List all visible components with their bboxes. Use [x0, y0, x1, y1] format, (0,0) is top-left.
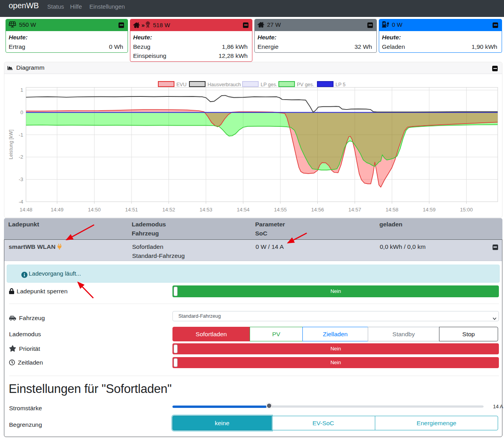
svg-text:14:49: 14:49 — [51, 207, 64, 213]
svg-text:14:58: 14:58 — [385, 207, 398, 213]
svg-text:PV ges.: PV ges. — [297, 82, 314, 87]
svg-text:Leistung [kW]: Leistung [kW] — [8, 130, 14, 159]
svg-text:EVU: EVU — [176, 82, 187, 87]
svg-text:-1: -1 — [19, 132, 23, 138]
svg-text:14:50: 14:50 — [88, 207, 101, 213]
svg-text:1: 1 — [20, 87, 23, 93]
svg-text:15:00: 15:00 — [460, 207, 473, 213]
svg-text:14:57: 14:57 — [348, 207, 361, 213]
svg-text:-2: -2 — [19, 154, 23, 160]
svg-text:14:52: 14:52 — [162, 207, 175, 213]
svg-text:-3: -3 — [19, 176, 23, 182]
svg-text:14:54: 14:54 — [237, 207, 250, 213]
svg-text:14:59: 14:59 — [423, 207, 436, 213]
svg-text:Hausverbrauch: Hausverbrauch — [208, 82, 241, 87]
svg-text:14:53: 14:53 — [200, 207, 213, 213]
svg-text:14:48: 14:48 — [20, 207, 33, 213]
svg-text:14:51: 14:51 — [125, 207, 138, 213]
svg-text:0: 0 — [20, 109, 23, 115]
svg-text:LP ges.: LP ges. — [261, 82, 277, 87]
svg-text:14:56: 14:56 — [311, 207, 324, 213]
svg-text:LP 5: LP 5 — [335, 82, 346, 87]
svg-text:-4: -4 — [19, 199, 23, 205]
svg-text:14:55: 14:55 — [274, 207, 287, 213]
